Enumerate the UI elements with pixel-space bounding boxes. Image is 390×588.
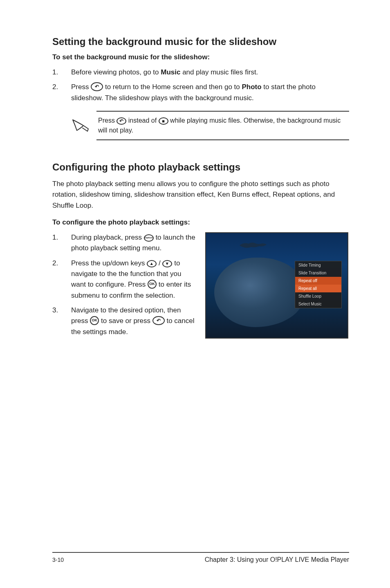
text: to return to the Home screen and then go… (105, 83, 242, 91)
section-configuring: Configuring the photo playback settings … (52, 162, 349, 341)
up-icon: ▴ (147, 260, 157, 267)
heading-setting-bgm: Setting the background music for the sli… (52, 36, 349, 47)
step-2: 2. Press ↶ to return to the Home screen … (52, 82, 349, 103)
page-footer: 3-10 Chapter 3: Using your O!PLAY LIVE M… (52, 552, 349, 563)
step-body: During playback, press Option to launch … (71, 232, 195, 254)
step-body: Press the up/down keys ▴ / ▾ to navigate… (71, 258, 195, 301)
music-label: Music (161, 68, 180, 76)
option-icon: Option (144, 234, 154, 242)
subhead-configure: To configure the photo playback settings… (52, 218, 349, 227)
glyph: ▴ (150, 260, 153, 267)
whale-image (214, 258, 304, 327)
menu-item: Select Music (295, 300, 341, 308)
text: Press the (71, 259, 103, 267)
back-icon: ↶ (152, 316, 165, 325)
step-number: 2. (52, 82, 71, 103)
text: instead of (128, 117, 159, 124)
text: to save or press (101, 317, 152, 325)
step-body: Navigate to the desired option, then pre… (71, 305, 195, 337)
subhead-set-bgm: To set the background music for the slid… (52, 53, 349, 61)
glyph: ▾ (166, 260, 168, 267)
chapter-title: Chapter 3: Using your O!PLAY LIVE Media … (205, 556, 349, 563)
glyph: OK (149, 281, 155, 287)
note-icon (71, 117, 90, 134)
step-1: 1. During playback, press Option to laun… (52, 232, 195, 254)
step-number: 1. (52, 67, 71, 78)
text: Press (98, 117, 117, 124)
back-icon: ↶ (117, 117, 126, 125)
down-icon: ▾ (162, 260, 172, 267)
heading-configuring: Configuring the photo playback settings (52, 162, 349, 173)
swimmer-image (239, 240, 267, 251)
menu-item: Slide Timing (295, 261, 341, 269)
intro-para: The photo playback setting menu allows y… (52, 179, 349, 211)
stop-icon: ■ (159, 117, 168, 125)
steps-configure: 1. During playback, press Option to laun… (52, 232, 195, 337)
menu-item: Slide Transition (295, 269, 341, 277)
ok-icon: OK (148, 280, 157, 289)
text: and play music files first. (180, 68, 258, 76)
back-icon: ↶ (91, 82, 103, 91)
note-box: Press ↶ instead of ■ while playing music… (71, 111, 349, 140)
up-down-keys-label: up/down keys (103, 259, 145, 267)
menu-item: Repeat off (295, 277, 341, 285)
photo-label: Photo (242, 83, 261, 91)
glyph: ↶ (157, 317, 161, 325)
playback-screenshot: Slide Timing Slide Transition Repeat off… (205, 232, 348, 339)
text: During playback, press (71, 233, 144, 241)
glyph: Option (145, 236, 152, 240)
step-body: Press ↶ to return to the Home screen and… (71, 82, 349, 103)
page-number: 3-10 (52, 557, 64, 563)
menu-overlay: Slide Timing Slide Transition Repeat off… (295, 261, 342, 308)
config-row: 1. During playback, press Option to laun… (52, 232, 349, 341)
glyph: OK (92, 318, 98, 324)
page: Setting the background music for the sli… (0, 0, 390, 588)
config-steps-col: 1. During playback, press Option to laun… (52, 232, 195, 341)
glyph: ■ (162, 118, 165, 125)
step-number: 1. (52, 232, 71, 254)
menu-item-selected: Repeat all (295, 285, 341, 292)
step-number: 2. (52, 258, 71, 301)
text: / (159, 259, 162, 267)
step-2: 2. Press the up/down keys ▴ / ▾ to navig… (52, 258, 195, 301)
menu-item: Shuffle Loop (295, 292, 341, 300)
step-body: Before viewing photos, go to Music and p… (71, 67, 349, 78)
glyph: ↶ (95, 83, 99, 91)
step-3: 3. Navigate to the desired option, then … (52, 305, 195, 337)
glyph: ↶ (119, 117, 123, 125)
step-number: 3. (52, 305, 71, 337)
text: Press (71, 83, 91, 91)
ok-icon: OK (90, 316, 99, 325)
text: Before viewing photos, go to (71, 68, 161, 76)
step-1: 1. Before viewing photos, go to Music an… (52, 67, 349, 78)
config-screenshot-col: Slide Timing Slide Transition Repeat off… (205, 232, 349, 341)
steps-set-bgm: 1. Before viewing photos, go to Music an… (52, 67, 349, 103)
note-text: Press ↶ instead of ■ while playing music… (96, 111, 349, 140)
